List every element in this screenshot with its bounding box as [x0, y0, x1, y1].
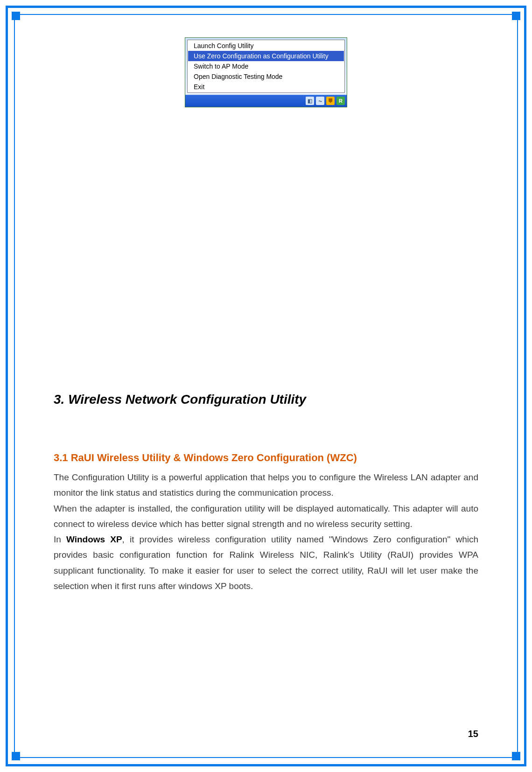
page-number: 15: [468, 729, 478, 739]
taskbar: ◧ ⏦ ⛊ R: [185, 95, 347, 107]
shield-icon[interactable]: ⛊: [326, 97, 335, 105]
para3-bold: Windows XP: [66, 534, 122, 544]
context-menu: Launch Config Utility Use Zero Configura…: [187, 40, 345, 93]
corner-bottom-left: [12, 752, 20, 760]
menu-background: Launch Config Utility Use Zero Configura…: [185, 38, 347, 95]
network-icon[interactable]: ⏦: [316, 97, 324, 105]
menu-item-launch-config[interactable]: Launch Config Utility: [188, 41, 344, 51]
menu-item-switch-ap[interactable]: Switch to AP Mode: [188, 61, 344, 71]
para3-pre: In: [54, 534, 66, 544]
ralink-icon[interactable]: R: [336, 97, 345, 105]
menu-item-use-zero-config[interactable]: Use Zero Configuration as Configuration …: [188, 51, 344, 61]
context-menu-screenshot: Launch Config Utility Use Zero Configura…: [185, 37, 347, 107]
corner-top-left: [12, 12, 20, 20]
paragraph-1: The Configuration Utility is a powerful …: [54, 470, 478, 501]
monitor-icon[interactable]: ◧: [306, 97, 314, 105]
menu-item-diagnostic[interactable]: Open Diagnostic Testing Mode: [188, 71, 344, 82]
menu-item-exit[interactable]: Exit: [188, 82, 344, 92]
page-content: Launch Config Utility Use Zero Configura…: [54, 33, 478, 744]
paragraph-3: In Windows XP, it provides wireless conf…: [54, 532, 478, 594]
system-tray: ◧ ⏦ ⛊ R: [306, 97, 345, 105]
corner-top-right: [512, 12, 520, 20]
paragraph-2: When the adapter is installed, the confi…: [54, 501, 478, 532]
corner-bottom-right: [512, 752, 520, 760]
subsection-title: 3.1 RaUI Wireless Utility & Windows Zero…: [54, 452, 478, 464]
section-title: 3. Wireless Network Configuration Utilit…: [54, 392, 478, 407]
